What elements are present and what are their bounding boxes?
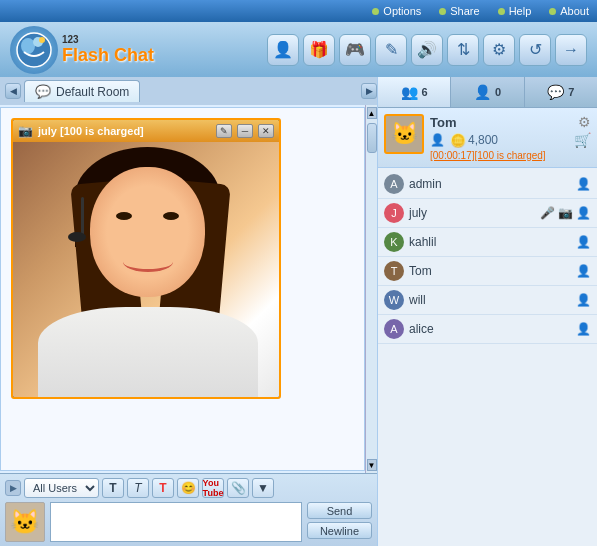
user-action-icons: 👤 [576, 264, 591, 278]
featured-settings-icon[interactable]: ⚙ [578, 114, 591, 130]
attachment-btn[interactable]: 📎 [227, 478, 249, 498]
user-avatar: A [384, 319, 404, 339]
featured-coins: 🪙 4,800 [450, 133, 498, 148]
logo-flash-chat: Flash Chat [62, 45, 154, 66]
user-tabs: 👥 6 👤 0 💬 7 [378, 77, 597, 108]
nav-right-arrow[interactable]: ▶ [361, 83, 377, 99]
camera-icon: 📷 [558, 206, 573, 220]
toolbar: 👤 🎁 🎮 ✎ 🔊 ⇅ ⚙ ↺ → [267, 34, 587, 66]
send-button[interactable]: Send [307, 502, 372, 519]
youtube-btn[interactable]: YouTube [202, 478, 224, 498]
featured-avatar: 🐱 [384, 114, 424, 154]
expand-arrow[interactable]: ▶ [5, 480, 21, 496]
main-area: ◀ 💬 Default Room ▶ 📷 july [100 is charge… [0, 77, 597, 546]
list-item[interactable]: A alice 👤 [378, 315, 597, 344]
send-buttons: Send Newline [307, 502, 372, 539]
message-input[interactable] [50, 502, 302, 542]
refresh-button[interactable]: ↺ [519, 34, 551, 66]
room-icon: 💬 [35, 84, 51, 99]
profile-icon: 👤 [576, 206, 591, 220]
list-item[interactable]: T Tom 👤 [378, 257, 597, 286]
friends-tab-icon: 👤 [474, 84, 491, 100]
featured-user-panel: 🐱 Tom ⚙ 👤 🪙 4,800 🛒 [00:00:17][100 is ch… [378, 108, 597, 168]
options-menu[interactable]: Options [372, 5, 421, 17]
top-bar: Options Share Help About [0, 0, 597, 22]
video-image [13, 142, 281, 397]
font-bold-btn[interactable]: T [102, 478, 124, 498]
more-btn[interactable]: ▼ [252, 478, 274, 498]
recipient-select[interactable]: All Users [24, 478, 99, 498]
about-menu[interactable]: About [549, 5, 589, 17]
list-item[interactable]: W will 👤 [378, 286, 597, 315]
games-button[interactable]: 🎮 [339, 34, 371, 66]
help-menu[interactable]: Help [498, 5, 532, 17]
logo-123: 123 [62, 34, 154, 45]
video-minimize-btn[interactable]: ─ [237, 124, 253, 138]
gift-button[interactable]: 🎁 [303, 34, 335, 66]
left-panel: ◀ 💬 Default Room ▶ 📷 july [100 is charge… [0, 77, 377, 546]
scroll-up[interactable]: ▲ [367, 107, 377, 119]
edit-button[interactable]: ✎ [375, 34, 407, 66]
bottom-input-area: ▶ All Users T T T 😊 YouTube 📎 ▼ 🐱 Send [0, 473, 377, 546]
video-title: july [100 is charged] [38, 125, 211, 137]
featured-stats: 👤 🪙 4,800 🛒 [430, 132, 591, 148]
default-room-tab[interactable]: 💬 Default Room [24, 80, 140, 102]
user-avatar-thumb: 🐱 [5, 502, 45, 542]
share-menu[interactable]: Share [439, 5, 479, 17]
cart-icon[interactable]: 🛒 [574, 132, 591, 148]
list-item[interactable]: A admin 👤 [378, 170, 597, 199]
nav-left-arrow[interactable]: ◀ [5, 83, 21, 99]
logo-icon [10, 26, 58, 74]
video-titlebar: 📷 july [100 is charged] ✎ ─ ✕ [13, 120, 279, 142]
user-action-icons: 🎤 📷 👤 [540, 206, 591, 220]
tab-friends[interactable]: 👤 0 [451, 77, 524, 107]
chat-scrollbar[interactable]: ▲ ▼ [365, 105, 377, 473]
avatar-image: 🐱 [10, 508, 40, 536]
user-avatar: A [384, 174, 404, 194]
svg-point-1 [21, 38, 35, 54]
profile-icon: 👤 [576, 264, 591, 278]
bottom-toolbar: ▶ All Users T T T 😊 YouTube 📎 ▼ [5, 478, 372, 498]
coin-icon: 🪙 [450, 133, 466, 148]
video-edit-btn[interactable]: ✎ [216, 124, 232, 138]
tab-users[interactable]: 👥 6 [378, 77, 451, 107]
newline-button[interactable]: Newline [307, 522, 372, 539]
logo: 123 Flash Chat [10, 26, 154, 74]
input-row: 🐱 Send Newline [5, 502, 372, 542]
profile-icon: 👤 [576, 235, 591, 249]
profile-icon: 👤 [576, 293, 591, 307]
users-tab-icon: 👥 [401, 84, 418, 100]
user-avatar: K [384, 232, 404, 252]
scroll-down[interactable]: ▼ [367, 459, 377, 471]
next-button[interactable]: → [555, 34, 587, 66]
user-avatar: T [384, 261, 404, 281]
tab-messages[interactable]: 💬 7 [525, 77, 597, 107]
mic-icon: 🎤 [540, 206, 555, 220]
logo-text: 123 Flash Chat [62, 34, 154, 66]
settings-button[interactable]: ⚙ [483, 34, 515, 66]
right-panel: 👥 6 👤 0 💬 7 🐱 Tom ⚙ [377, 77, 597, 546]
font-color-btn[interactable]: T [152, 478, 174, 498]
scroll-thumb[interactable] [367, 123, 377, 153]
profile-icon: 👤 [576, 322, 591, 336]
transfer-button[interactable]: ⇅ [447, 34, 479, 66]
featured-timer: [00:00:17][100 is charged] [430, 150, 591, 161]
user-action-icons: 👤 [576, 235, 591, 249]
messages-tab-icon: 💬 [547, 84, 564, 100]
profile-button[interactable]: 👤 [267, 34, 299, 66]
sound-button[interactable]: 🔊 [411, 34, 443, 66]
emoji-btn[interactable]: 😊 [177, 478, 199, 498]
user-action-icons: 👤 [576, 293, 591, 307]
room-tab-bar: ◀ 💬 Default Room ▶ [0, 77, 377, 105]
user-action-icons: 👤 [576, 322, 591, 336]
video-window[interactable]: 📷 july [100 is charged] ✎ ─ ✕ [11, 118, 281, 399]
video-user-icon: 📷 [18, 124, 33, 138]
header: 123 Flash Chat 👤 🎁 🎮 ✎ 🔊 ⇅ ⚙ ↺ → [0, 22, 597, 77]
list-item[interactable]: J july 🎤 📷 👤 [378, 199, 597, 228]
user-list: A admin 👤 J july 🎤 📷 👤 K kahlil [378, 168, 597, 546]
video-body [13, 142, 281, 397]
chat-area[interactable]: 📷 july [100 is charged] ✎ ─ ✕ [0, 107, 365, 471]
font-italic-btn[interactable]: T [127, 478, 149, 498]
video-close-btn[interactable]: ✕ [258, 124, 274, 138]
list-item[interactable]: K kahlil 👤 [378, 228, 597, 257]
